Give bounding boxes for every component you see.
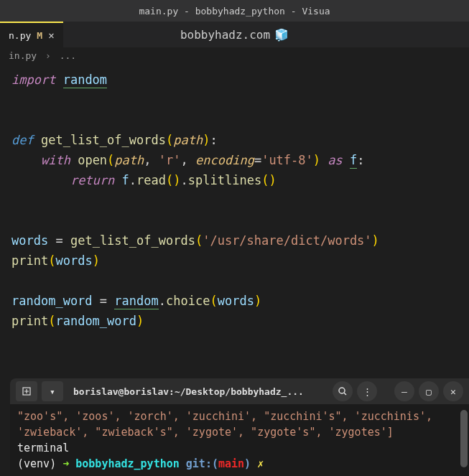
minimize-icon: — bbox=[401, 386, 407, 397]
code-editor[interactable]: import random def get_list_of_words(path… bbox=[0, 64, 469, 337]
close-icon: ✕ bbox=[450, 386, 456, 397]
cube-icon: 🧊 bbox=[274, 28, 289, 42]
window-title-bar: main.py - bobbyhadz_python - Visua bbox=[0, 0, 469, 22]
tab-main-py[interactable]: n.py M ✕ bbox=[0, 22, 63, 47]
prompt-line: (venv) ➜ bobbyhadz_python git:(main) ✗ bbox=[17, 456, 462, 472]
menu-button[interactable]: ⋮ bbox=[357, 381, 377, 401]
terminal-panel: ▾ borislav@borislav:~/Desktop/bobbyhadz_… bbox=[10, 378, 469, 476]
terminal-scrollbar[interactable] bbox=[460, 410, 468, 467]
search-icon bbox=[338, 386, 348, 396]
breadcrumb-rest: ... bbox=[60, 50, 76, 61]
editor-tab-bar: n.py M ✕ bobbyhadz.com 🧊 bbox=[0, 22, 469, 47]
chevron-right-icon: › bbox=[45, 50, 51, 61]
window-title: main.py - bobbyhadz_python - Visua bbox=[139, 6, 330, 17]
svg-line-4 bbox=[344, 393, 346, 395]
close-button[interactable]: ✕ bbox=[443, 381, 463, 401]
tab-filename: n.py bbox=[9, 30, 31, 41]
terminal-header: ▾ borislav@borislav:~/Desktop/bobbyhadz_… bbox=[10, 378, 469, 404]
terminal-output[interactable]: "zoo's", 'zoos', 'zorch', 'zucchini', "z… bbox=[10, 404, 469, 476]
svg-point-3 bbox=[339, 388, 345, 393]
chevron-down-icon: ▾ bbox=[50, 386, 55, 397]
dropdown-button[interactable]: ▾ bbox=[42, 381, 63, 401]
new-tab-button[interactable] bbox=[16, 381, 37, 401]
breadcrumb-file: in.py bbox=[9, 50, 37, 61]
watermark: bobbyhadz.com 🧊 bbox=[180, 28, 289, 42]
minimize-button[interactable]: — bbox=[394, 381, 414, 401]
terminal-title: borislav@borislav:~/Desktop/bobbyhadz_..… bbox=[68, 386, 328, 397]
output-line: terminal bbox=[17, 440, 462, 456]
maximize-button[interactable]: ▢ bbox=[419, 381, 439, 401]
tab-modified-indicator: M bbox=[37, 30, 42, 41]
search-button[interactable] bbox=[333, 381, 353, 401]
close-icon[interactable]: ✕ bbox=[48, 29, 54, 41]
kebab-icon: ⋮ bbox=[363, 386, 372, 397]
output-line: "zoo's", 'zoos', 'zorch', 'zucchini', "z… bbox=[17, 409, 462, 440]
breadcrumb[interactable]: in.py › ... bbox=[0, 47, 469, 64]
maximize-icon: ▢ bbox=[426, 386, 432, 397]
plus-icon bbox=[22, 386, 32, 396]
